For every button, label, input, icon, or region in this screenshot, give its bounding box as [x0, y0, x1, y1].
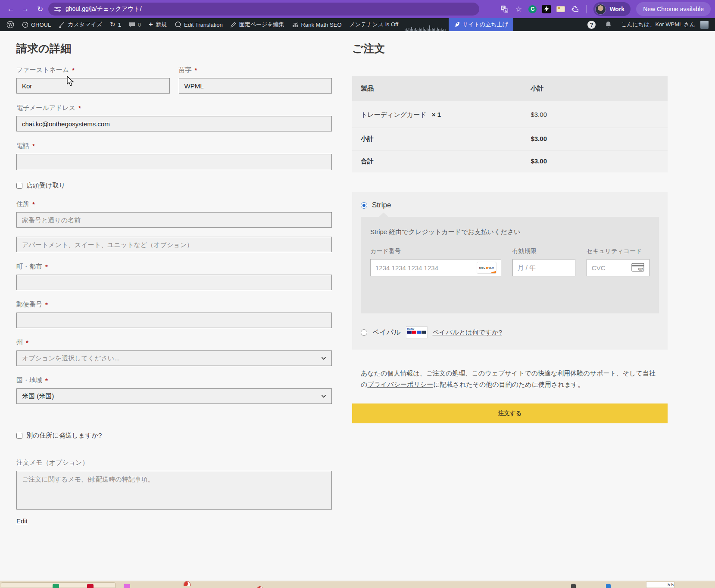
card-number-input[interactable]: 1234 1234 1234 1234 DISCVER — [370, 259, 501, 276]
comments-menu[interactable]: 0 — [125, 18, 145, 31]
taskbar-app-icon[interactable] — [256, 586, 263, 588]
subtotal-column-header: 小計 — [531, 84, 659, 93]
address-bar[interactable]: ghoul.gg/ja/チェックアウト/ — [48, 3, 479, 16]
stripe-payment-option[interactable]: Stripe — [361, 201, 659, 210]
user-avatar — [700, 21, 709, 29]
first-name-field[interactable] — [16, 78, 170, 94]
toolbar-divider — [586, 5, 587, 13]
new-content-menu[interactable]: + 新規 — [145, 18, 171, 31]
taskbar-app-icon[interactable] — [184, 581, 190, 586]
bookmark-star-icon[interactable]: ☆ — [514, 5, 523, 13]
my-account-menu[interactable]: こんにちは、Kor WPML さん — [617, 21, 712, 29]
rocket-icon — [454, 22, 460, 28]
notifications-bell-icon[interactable] — [601, 21, 615, 28]
what-is-paypal-link[interactable]: ペイパルとは何ですか? — [433, 328, 503, 337]
ship-different-checkbox[interactable] — [16, 433, 22, 439]
required-asterisk: * — [45, 263, 48, 270]
country-select[interactable]: 米国 (米国) — [16, 388, 332, 404]
city-label: 町・都市 — [16, 263, 42, 271]
state-select[interactable]: オプションを選択してください... — [16, 350, 332, 366]
expiry-label: 有効期限 — [512, 247, 575, 255]
payment-methods: Stripe Stripe 経由でクレジットカードでお支払いください カード番号… — [352, 192, 668, 350]
required-asterisk: * — [32, 200, 35, 208]
extensions-puzzle-icon[interactable] — [571, 5, 579, 13]
total-row: 合計 $3.00 — [352, 150, 668, 172]
wp-logo-menu[interactable] — [3, 18, 18, 31]
taskbar-tray-icon[interactable] — [571, 584, 576, 588]
privacy-notice: あなたの個人情報は、ご注文の処理、このウェブサイトでの快適な利用体験のサポート、… — [352, 368, 659, 391]
taskbar-app-icon[interactable] — [53, 584, 59, 588]
subtotal-row: 小計 $3.00 — [352, 128, 668, 150]
billing-details-section: 請求の詳細 ファーストネーム * 苗字 * 電子メールアドレス * 電話 * 店… — [16, 41, 332, 525]
required-asterisk: * — [45, 377, 48, 384]
edit-translation-menu[interactable]: Edit Translation — [171, 18, 227, 31]
back-icon[interactable]: ← — [4, 3, 17, 16]
windows-taskbar: 5:5 — [0, 581, 715, 588]
help-menu[interactable]: ? — [584, 21, 599, 29]
card-number-label: カード番号 — [370, 247, 501, 255]
expiry-input[interactable]: 月 / 年 — [512, 259, 575, 276]
maintenance-menu[interactable]: メンテナンス is Off — [346, 18, 403, 31]
stripe-description: Stripe 経由でクレジットカードでお支払いください — [370, 228, 649, 236]
discover-card-icon: DISCVER — [477, 262, 496, 273]
customize-menu[interactable]: カスタマイズ — [55, 18, 106, 31]
phone-field[interactable] — [16, 154, 332, 170]
reload-icon[interactable]: ↻ — [34, 3, 47, 16]
last-name-field[interactable] — [179, 78, 332, 94]
subtotal-label: 小計 — [361, 135, 531, 143]
required-asterisk: * — [195, 66, 197, 74]
chrome-update-button[interactable]: New Chrome available — [636, 2, 711, 16]
stripe-payment-box: Stripe 経由でクレジットカードでお支払いください カード番号 1234 1… — [361, 217, 659, 313]
local-pickup-label: 店頭受け取り — [26, 181, 66, 190]
mouse-cursor — [67, 76, 75, 87]
required-asterisk: * — [45, 301, 48, 308]
taskbar-tray-icon[interactable] — [606, 584, 611, 588]
paypal-cards-icon: PayPal — [406, 326, 428, 338]
order-notes-field[interactable] — [16, 471, 332, 510]
card-extension-icon[interactable] — [556, 6, 565, 12]
url-text[interactable]: ghoul.gg/ja/チェックアウト/ — [66, 5, 142, 13]
forward-icon[interactable]: → — [19, 3, 32, 16]
postcode-field[interactable] — [16, 313, 332, 328]
product-quantity: × 1 — [432, 111, 441, 118]
required-asterisk: * — [26, 339, 28, 346]
cvc-input[interactable]: CVC 123 — [587, 259, 649, 276]
required-asterisk: * — [72, 66, 75, 74]
paypal-radio[interactable] — [361, 329, 367, 336]
subtotal-value: $3.00 — [531, 135, 659, 143]
paypal-payment-option[interactable]: ペイパル PayPal ペイパルとは何ですか? — [361, 326, 659, 338]
email-field[interactable] — [16, 116, 332, 131]
translate-icon[interactable] — [500, 5, 509, 13]
edit-page-menu[interactable]: 固定ページを編集 — [227, 18, 288, 31]
updates-menu[interactable]: ↻ 1 — [106, 18, 125, 31]
city-field[interactable] — [16, 275, 332, 290]
product-price: $3.00 — [531, 111, 659, 119]
state-label: 州 — [16, 338, 23, 347]
stripe-radio[interactable] — [361, 202, 367, 209]
address-line2-field[interactable] — [16, 237, 332, 252]
product-name: トレーディングカード — [361, 111, 427, 118]
site-settings-icon[interactable] — [54, 6, 61, 12]
lightning-extension-icon[interactable] — [542, 5, 551, 13]
place-order-button[interactable]: 注文する — [352, 403, 668, 423]
grammarly-extension-icon[interactable]: G — [528, 5, 537, 13]
cvc-label: セキュリティコード — [587, 247, 649, 255]
site-launch-menu[interactable]: サイトの立ち上げ — [449, 18, 513, 31]
phone-label: 電話 — [16, 142, 29, 150]
product-column-header: 製品 — [361, 84, 531, 93]
profile-button[interactable]: Work — [593, 2, 631, 16]
stripe-label: Stripe — [372, 201, 391, 210]
rank-math-menu[interactable]: Rank Math SEO — [288, 18, 346, 31]
stats-sparkline[interactable] — [402, 18, 449, 31]
taskbar-app-icon[interactable] — [124, 584, 130, 588]
taskbar-app-icon[interactable] — [87, 584, 94, 588]
edit-link[interactable]: Edit — [16, 517, 28, 525]
privacy-policy-link[interactable]: プライバシーポリシー — [367, 381, 433, 388]
required-asterisk: * — [32, 142, 35, 150]
svg-text:123: 123 — [639, 268, 643, 270]
cvc-card-icon: 123 — [631, 263, 644, 272]
local-pickup-checkbox[interactable] — [16, 183, 22, 189]
site-name-menu[interactable]: GHOUL — [18, 18, 55, 31]
address-line1-field[interactable] — [16, 212, 332, 228]
taskbar-clock: 5:5 — [668, 582, 674, 587]
